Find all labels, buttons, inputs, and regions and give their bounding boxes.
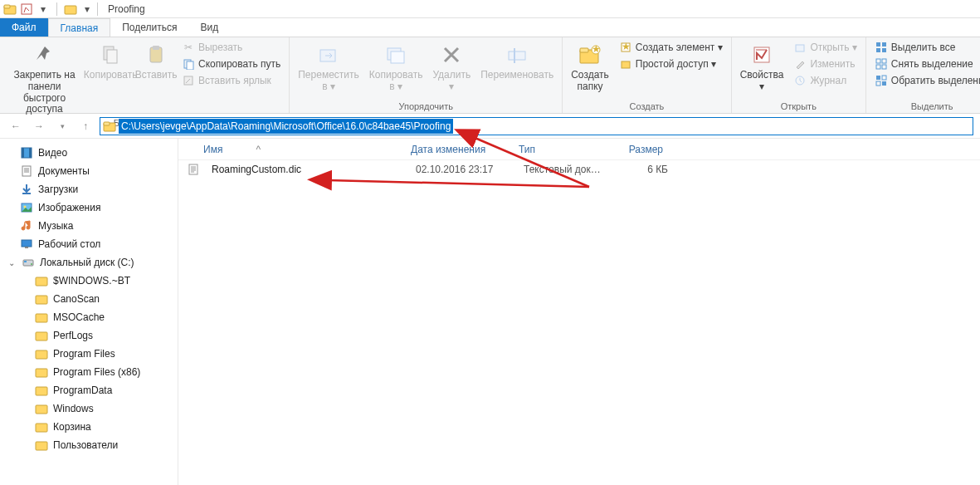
navitem-folder[interactable]: ProgramData [0,381,178,399]
navitem-desktop[interactable]: Рабочий стол [0,235,178,253]
select-none-button[interactable]: Снять выделение [871,56,980,71]
properties-quick-icon[interactable] [20,2,33,16]
select-all-button[interactable]: Выделить все [871,40,980,55]
rename-button[interactable]: Переименовать [477,40,557,83]
new-folder-button[interactable]: ★ Создать папку [568,40,612,95]
svg-rect-58 [36,387,47,395]
expander-icon[interactable]: ⌄ [7,258,17,267]
navitem-pictures[interactable]: Изображения [0,198,178,217]
column-date[interactable]: Дата изменения [404,144,512,155]
copy-button[interactable]: Копировать [87,40,134,83]
tab-home[interactable]: Главная [48,18,111,37]
invert-selection-button[interactable]: Обратить выделение [871,73,980,88]
svg-rect-39 [104,122,110,125]
column-name[interactable]: Имя^ [197,144,404,155]
easy-access-icon [619,57,632,71]
address-path: C:\Users\jevge\AppData\Roaming\Microsoft… [119,119,453,134]
navitem-folder[interactable]: Windows [0,399,178,418]
navitem-downloads[interactable]: Загрузки [0,180,178,198]
svg-rect-17 [580,48,588,52]
navitem-folder[interactable]: PerfLogs [0,326,178,345]
easy-access-button[interactable]: Простой доступ ▾ [616,56,726,71]
nav-forward-button[interactable]: → [30,117,48,135]
select-none-icon [875,57,888,71]
window-title: Proofing [108,3,145,15]
chevron-down-icon[interactable]: ▾ [37,2,50,16]
file-row[interactable]: RoamingCustom.dic 02.10.2016 23:17 Текст… [178,160,980,179]
svg-rect-59 [36,405,47,414]
svg-rect-7 [153,46,159,50]
folder-icon [35,438,48,452]
svg-rect-44 [22,193,31,194]
nav-recent-button[interactable]: ▾ [53,117,71,135]
tab-share[interactable]: Поделиться [110,18,188,37]
column-type[interactable]: Тип [512,144,603,155]
properties-button[interactable]: Свойства ▾ [737,40,787,95]
open-button[interactable]: Открыть ▾ [790,40,860,55]
copy-icon [97,42,124,68]
pin-quickaccess-button[interactable]: Закрепить на панели быстрого доступа [5,40,84,117]
folder-icon [35,347,48,360]
navitem-documents[interactable]: Документы [0,162,178,180]
chevron-down-icon[interactable]: ▾ [80,2,94,16]
navitem-music[interactable]: Музыка [0,217,178,235]
navitem-folder[interactable]: Пользователи [0,436,178,454]
rename-icon [504,42,530,68]
open-icon [793,41,807,54]
navitem-folder[interactable]: MSOCache [0,308,178,326]
file-name: RoamingCustom.dic [205,164,409,175]
paste-shortcut-button[interactable]: Вставить ярлык [178,73,284,88]
navitem-folder[interactable]: $WINDOWS.~BT [0,272,178,290]
edit-button[interactable]: Изменить [790,56,860,71]
svg-rect-54 [36,314,47,322]
svg-rect-41 [22,148,24,158]
folder-icon [35,292,48,306]
nav-up-button[interactable]: ↑ [76,117,95,135]
svg-rect-48 [25,247,28,248]
svg-rect-43 [22,166,31,176]
content-area: Видео Документы Загрузки Изображения Муз… [0,139,980,485]
group-clipboard: Закрепить на панели быстрого доступа Коп… [0,37,290,113]
navitem-folder[interactable]: Program Files [0,345,178,363]
move-to-button[interactable]: Переместить в ▾ [295,40,363,95]
tab-file[interactable]: Файл [0,18,48,37]
copy-path-button[interactable]: Скопировать путь [178,56,284,71]
music-icon [20,219,33,233]
drive-icon [22,256,35,269]
svg-rect-5 [107,50,117,63]
group-organize: Переместить в ▾ Копировать в ▾ Удалить ▾… [290,37,563,113]
scissors-icon: ✂ [182,41,195,54]
folder-icon [35,384,48,397]
address-bar[interactable]: C:\Users\jevge\AppData\Roaming\Microsoft… [100,117,973,135]
tab-view[interactable]: Вид [188,18,230,37]
nav-back-button[interactable]: ← [7,117,25,135]
paste-icon [143,42,169,68]
downloads-icon [20,183,33,196]
svg-rect-31 [882,59,886,63]
desktop-icon [20,238,33,251]
navitem-folder[interactable]: Program Files (x86) [0,363,178,381]
svg-rect-50 [24,261,27,262]
copy-to-button[interactable]: Копировать в ▾ [366,40,427,95]
paste-button[interactable]: Вставить [137,40,175,83]
history-button[interactable]: Журнал [790,73,860,88]
delete-button[interactable]: Удалить ▾ [429,40,474,95]
address-bar-row: ← → ▾ ↑ C:\Users\jevge\AppData\Roaming\M… [0,114,980,139]
move-to-icon [315,42,342,68]
navitem-video[interactable]: Видео [0,144,178,162]
svg-rect-37 [882,81,886,86]
group-label: Открыть [737,100,861,112]
cut-button[interactable]: ✂ Вырезать [178,40,284,55]
select-all-icon [875,41,888,54]
navitem-folder[interactable]: CanoScan [0,290,178,308]
svg-rect-22 [622,61,630,68]
new-item-button[interactable]: ★ Создать элемент ▾ [616,40,726,55]
navigation-pane[interactable]: Видео Документы Загрузки Изображения Муз… [0,139,178,485]
column-size[interactable]: Размер [603,144,670,155]
navitem-folder[interactable]: Корзина [0,418,178,436]
svg-rect-28 [876,48,880,52]
folder-icon [3,2,17,16]
svg-rect-56 [36,350,47,359]
svg-rect-34 [876,76,880,80]
navitem-localdisk[interactable]: ⌄Локальный диск (C:) [0,253,178,272]
